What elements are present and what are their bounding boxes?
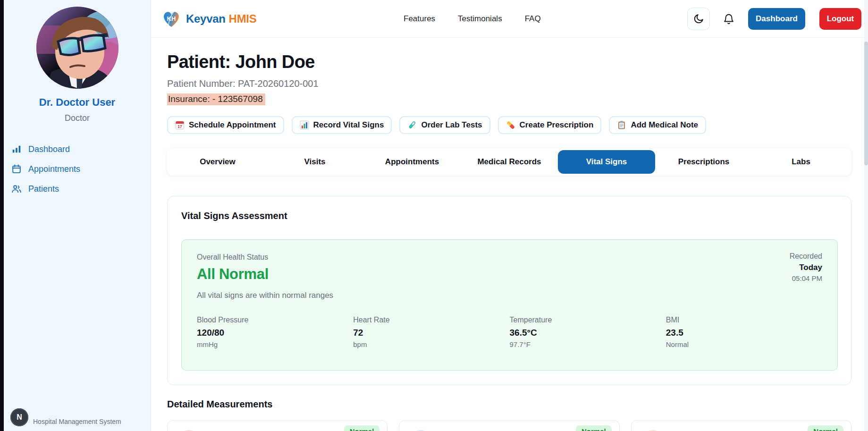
metric-value: 72	[353, 328, 509, 338]
tab-visits[interactable]: Visits	[266, 150, 363, 174]
sidebar-footer: N Hospital Management System	[10, 408, 121, 426]
brand-first: Keyvan	[186, 12, 226, 25]
recorded-time: 05:04 PM	[790, 274, 822, 282]
sidebar-user-role: Doctor	[4, 113, 151, 123]
calendar-outline-icon	[11, 164, 22, 174]
measurement-card: Normal	[167, 420, 388, 431]
logo-monogram: KH	[167, 15, 176, 22]
tab-prescriptions[interactable]: Prescriptions	[655, 150, 752, 174]
heart-logo-icon: KH	[161, 9, 181, 29]
action-label: Create Prescription	[520, 120, 594, 130]
metric-bmi: BMI 23.5 Normal	[666, 316, 822, 348]
metric-unit: mmHg	[197, 340, 353, 348]
patients-icon	[11, 184, 22, 194]
recorded-block: Recorded Today 05:04 PM	[790, 252, 822, 282]
measurement-card: Normal	[399, 420, 619, 431]
action-label: Schedule Appointment	[189, 120, 276, 130]
notifications-button[interactable]	[722, 12, 736, 26]
detailed-measurements-row: Normal Normal Normal	[167, 420, 851, 431]
page-scrollbar[interactable]	[864, 0, 868, 431]
footer-initial-badge[interactable]: N	[10, 408, 28, 426]
sidebar-item-patients[interactable]: Patients	[4, 179, 151, 199]
patient-tabs: Overview Visits Appointments Medical Rec…	[167, 148, 851, 176]
vital-metrics: Blood Pressure 120/80 mmHg Heart Rate 72…	[197, 316, 822, 348]
metric-label: BMI	[666, 316, 822, 324]
overall-health-status-value: All Normal	[197, 266, 822, 283]
recorded-day: Today	[790, 263, 822, 272]
main-content: Patient: John Doe Patient Number: PAT-20…	[151, 38, 864, 431]
tab-medical-records[interactable]: Medical Records	[461, 150, 558, 174]
overall-health-status-description: All vital signs are within normal ranges	[197, 291, 822, 300]
nav-link-features[interactable]: Features	[404, 14, 435, 24]
nav-link-faq[interactable]: FAQ	[525, 14, 541, 24]
calendar-icon: 17	[175, 120, 185, 130]
add-medical-note-button[interactable]: Add Medical Note	[609, 116, 706, 134]
measurement-card: Normal	[631, 420, 851, 431]
sidebar-item-label: Patients	[28, 184, 59, 194]
sidebar-item-appointments[interactable]: Appointments	[4, 159, 151, 179]
vital-signs-section-title: Vital Signs Assessment	[181, 211, 838, 221]
status-badge: Normal	[808, 425, 843, 431]
insurance-highlight: Insurance: - 123567098	[167, 93, 265, 105]
scrollbar-thumb[interactable]	[864, 42, 868, 165]
avatar-illustration	[36, 7, 118, 89]
top-navbar: KH KeyvanHMIS Features Testimonials FAQ …	[151, 0, 868, 38]
schedule-appointment-button[interactable]: 17 Schedule Appointment	[167, 116, 284, 134]
action-label: Record Vital Signs	[313, 120, 384, 130]
sidebar-item-label: Appointments	[28, 164, 80, 174]
health-status-panel: Overall Health Status All Normal All vit…	[181, 239, 838, 371]
brand[interactable]: KH KeyvanHMIS	[161, 0, 256, 38]
moon-icon	[693, 13, 704, 25]
metric-unit: Normal	[666, 340, 822, 348]
metric-unit: bpm	[353, 340, 509, 348]
recorded-label: Recorded	[790, 252, 822, 261]
test-tube-icon	[407, 120, 417, 130]
status-badge: Normal	[344, 425, 380, 431]
quick-actions: 17 Schedule Appointment Record Vital Sig…	[167, 116, 851, 134]
tab-vital-signs[interactable]: Vital Signs	[558, 150, 655, 174]
action-label: Order Lab Tests	[421, 120, 482, 130]
footer-text: Hospital Management System	[33, 418, 121, 426]
action-label: Add Medical Note	[631, 120, 698, 130]
clipboard-icon	[617, 120, 626, 130]
bell-icon	[723, 13, 735, 25]
bar-chart-icon	[300, 120, 309, 130]
create-prescription-button[interactable]: Create Prescription	[498, 116, 602, 134]
metric-blood-pressure: Blood Pressure 120/80 mmHg	[197, 316, 353, 348]
tab-overview[interactable]: Overview	[169, 150, 266, 174]
sidebar-item-dashboard[interactable]: Dashboard	[4, 139, 151, 159]
patient-number: Patient Number: PAT-20260120-001	[167, 78, 851, 89]
record-vital-signs-button[interactable]: Record Vital Signs	[292, 116, 392, 134]
dashboard-icon	[11, 144, 22, 154]
nav-link-testimonials[interactable]: Testimonials	[458, 14, 502, 24]
logout-button[interactable]: Logout	[819, 8, 861, 30]
nav-links: Features Testimonials FAQ	[404, 0, 541, 38]
metric-label: Heart Rate	[353, 316, 509, 324]
order-lab-tests-button[interactable]: Order Lab Tests	[399, 116, 490, 134]
metric-temperature: Temperature 36.5°C 97.7°F	[510, 316, 666, 348]
vital-signs-card: Vital Signs Assessment Overall Health St…	[167, 196, 851, 385]
brand-name: KeyvanHMIS	[186, 12, 256, 25]
detailed-measurements-title: Detailed Measurements	[167, 399, 851, 410]
metric-value: 36.5°C	[510, 328, 666, 338]
sidebar-nav: Dashboard Appointments Patients	[4, 139, 151, 199]
metric-heart-rate: Heart Rate 72 bpm	[353, 316, 509, 348]
theme-toggle-button[interactable]	[687, 8, 710, 30]
status-badge: Normal	[576, 425, 612, 431]
tab-labs[interactable]: Labs	[752, 150, 850, 174]
window-edge-strip	[0, 0, 4, 431]
metric-unit: 97.7°F	[510, 340, 666, 348]
overall-health-status-label: Overall Health Status	[197, 253, 822, 262]
nav-controls: Dashboard Logout	[687, 0, 861, 38]
metric-value: 23.5	[666, 328, 822, 338]
avatar	[36, 7, 118, 89]
pill-icon	[506, 120, 515, 130]
brand-second: HMIS	[229, 12, 257, 25]
metric-label: Blood Pressure	[197, 316, 353, 324]
tab-appointments[interactable]: Appointments	[363, 150, 461, 174]
dashboard-button[interactable]: Dashboard	[748, 8, 805, 30]
page-title: Patient: John Doe	[167, 52, 851, 72]
sidebar-item-label: Dashboard	[28, 144, 70, 154]
sidebar-user-name: Dr. Doctor User	[4, 96, 151, 109]
metric-label: Temperature	[510, 316, 666, 324]
